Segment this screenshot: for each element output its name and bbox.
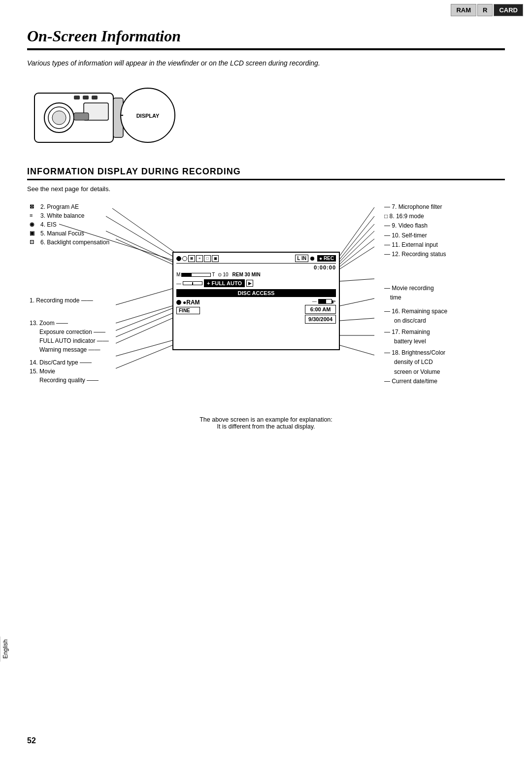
label-movie-rec-time: — Movie recording — [384, 284, 502, 293]
page-title: On-Screen Information — [27, 27, 505, 50]
svg-rect-4 — [74, 96, 80, 99]
label-recording-mode: 1. Recording mode —— — [30, 296, 163, 305]
main-content: On-Screen Information Various types of i… — [0, 0, 532, 450]
svg-line-29 — [340, 239, 374, 266]
label-warning: Warning message —— — [30, 345, 163, 354]
screen-inner: ⊠ ≡ □ ▣ L IN ● REC 0:00:00 — [173, 253, 339, 349]
label-movie-rec-time2: time — [384, 293, 502, 302]
label-brightness2: density of LCD — [384, 358, 502, 367]
full-auto-box: + FULL AUTO — [204, 279, 245, 287]
exposure-row: — + FULL AUTO ▶ — [176, 278, 336, 288]
icons-top-left: ⊠ ≡ □ ▣ — [176, 255, 219, 262]
label-eis-number: 4. EIS — [40, 220, 57, 229]
backlight-icon: ⊡ — [30, 238, 38, 246]
ram-row: ●RAM — [176, 299, 200, 306]
batt-minus: — — [312, 299, 317, 304]
label-program-ae-number: 2. Program AE — [40, 202, 79, 211]
timer-display: 0:00:00 — [314, 264, 336, 270]
label-rec-quality: Recording quality —— — [30, 376, 163, 385]
r-button[interactable]: R — [477, 4, 493, 16]
zoom-fill — [182, 273, 192, 276]
label-ext-input: — 11. External input — [384, 240, 502, 250]
label-zoom: 13. Zoom —— — [30, 319, 163, 328]
label-backlight-number: 6. Backlight compensation — [40, 238, 109, 247]
lin-badge: L IN — [295, 255, 308, 262]
svg-line-25 — [340, 207, 374, 256]
icon-box-3: □ — [204, 255, 211, 262]
label-movie: 15. Movie — [30, 367, 163, 376]
fine-box: FINE — [176, 307, 200, 314]
label-warning-text: Warning message —— — [30, 345, 100, 354]
screen-bottom-right: — + 6:00 AM 9/30/2004 — [305, 299, 336, 324]
right-labels: — 7. Microphone filter □ 8. 16:9 mode — … — [384, 202, 502, 386]
label-white-balance: ≡ 3. White balance — [30, 211, 163, 220]
svg-rect-6 — [92, 96, 98, 99]
icon-box-2: ≡ — [196, 255, 203, 262]
svg-line-35 — [340, 345, 374, 355]
label-backlight: ⊡ 6. Backlight compensation — [30, 238, 163, 247]
time-display: 6:00 AM — [305, 305, 336, 314]
program-ae-icon: ⊠ — [30, 202, 38, 211]
svg-line-30 — [340, 247, 374, 269]
svg-line-32 — [340, 298, 374, 306]
svg-line-31 — [340, 279, 374, 281]
bottom-caption: The above screen is an example for expla… — [27, 416, 505, 430]
label-eis: ◉ 4. EIS — [30, 220, 163, 229]
ram-dot — [176, 300, 181, 305]
diagram-area: ⊠ 2. Program AE ≡ 3. White balance ◉ 4. … — [30, 202, 502, 409]
label-disc-card-text: 14. Disc/Card type —— — [30, 358, 92, 367]
zoom-bar: M T ⊙ 10 REM 30 MIN — [176, 272, 336, 277]
date-display: 9/30/2004 — [305, 315, 336, 324]
label-rem-space2: on disc/card — [384, 316, 502, 326]
label-date-time: — Current date/time — [384, 377, 502, 386]
screen-bottom-left: ●RAM FINE — [176, 299, 200, 314]
exposure-marker — [192, 282, 193, 285]
label-zoom-text: 13. Zoom —— — [30, 319, 68, 328]
label-video-flash: — 9. Video flash — [384, 221, 502, 231]
eis-icon: ◉ — [30, 220, 38, 229]
label-rec-quality-text: Recording quality —— — [30, 376, 99, 385]
battery-row: — + — [305, 299, 336, 304]
card-button[interactable]: CARD — [494, 4, 523, 16]
label-movie-text: 15. Movie — [30, 367, 55, 376]
screen-top-icons: ⊠ ≡ □ ▣ L IN ● REC — [176, 255, 336, 264]
screen-lin-rec: L IN ● REC — [295, 255, 336, 262]
section-heading: INFORMATION DISPLAY DURING RECORDING — [27, 166, 505, 180]
top-bar: RAM R CARD — [442, 0, 532, 20]
caption-line1: The above screen is an example for expla… — [27, 416, 505, 423]
label-full-auto: FULL AUTO indicator —— — [30, 336, 163, 345]
svg-line-26 — [340, 216, 374, 259]
svg-line-27 — [340, 224, 374, 262]
rec-badge: ● REC — [317, 255, 336, 262]
minus-sign: — — [176, 281, 181, 286]
battery-nub — [332, 300, 333, 303]
disc-access-box: DISC ACCESS — [176, 289, 336, 297]
label-rec-mode-text: 1. Recording mode —— — [30, 296, 93, 305]
label-rec-status: — 12. Recording status — [384, 250, 502, 259]
rec-dot — [310, 257, 314, 261]
timer-row: 0:00:00 — [176, 264, 336, 270]
batt-plus: + — [333, 299, 336, 304]
exposure-track — [183, 281, 202, 285]
play-icon: ▶ — [248, 281, 252, 286]
svg-text:DISPLAY: DISPLAY — [136, 113, 160, 119]
label-program-ae: ⊠ 2. Program AE — [30, 202, 163, 211]
screen-bottom-area: ●RAM FINE — + 6:00 AM — [176, 299, 336, 324]
label-brightness: — 18. Brightness/Color — [384, 348, 502, 358]
icon-circle-filled — [176, 256, 181, 261]
white-balance-icon: ≡ — [30, 211, 38, 220]
camera-image: DISPLAY — [27, 76, 185, 155]
camera-area: DISPLAY — [27, 76, 505, 155]
battery-fill — [319, 299, 327, 303]
left-lower-labels: 1. Recording mode —— 13. Zoom —— Exposur… — [30, 296, 163, 385]
see-next-text: See the next page for details. — [27, 185, 505, 193]
zoom-track — [181, 273, 211, 277]
svg-line-28 — [340, 231, 374, 264]
svg-point-3 — [52, 111, 66, 125]
icon-box-1: ⊠ — [188, 255, 195, 262]
ram-button[interactable]: RAM — [451, 4, 476, 16]
rem-text: REM 30 MIN — [233, 272, 261, 277]
svg-rect-5 — [83, 96, 89, 99]
label-exposure: Exposure correction —— — [30, 328, 163, 336]
label-exposure-text: Exposure correction —— — [30, 328, 105, 336]
